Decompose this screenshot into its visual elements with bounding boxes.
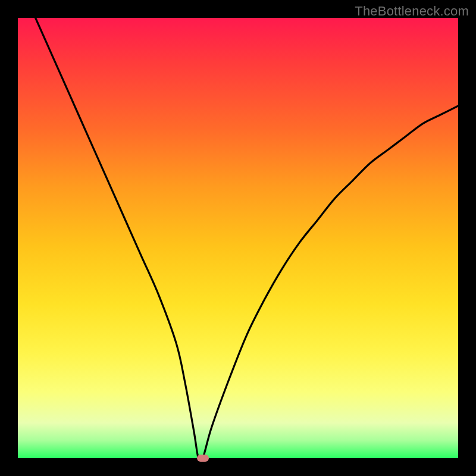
optimum-marker <box>197 455 209 462</box>
bottleneck-curve <box>18 18 458 458</box>
watermark-text: TheBottleneck.com <box>355 4 469 19</box>
chart-frame: TheBottleneck.com <box>0 0 476 476</box>
plot-area <box>18 18 458 458</box>
